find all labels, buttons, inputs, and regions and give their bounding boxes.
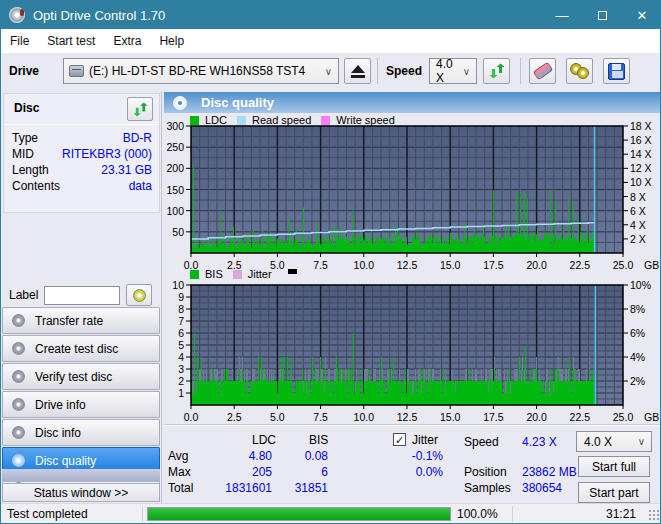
ldc-bar [410, 243, 411, 253]
sidebar-item-transfer-rate[interactable]: Transfer rate [2, 307, 160, 334]
refresh-disc-button[interactable] [127, 97, 153, 121]
bis-bar [397, 381, 398, 405]
bis-bar [341, 381, 342, 405]
menu-extra[interactable]: Extra [104, 30, 150, 52]
ldc-bar [503, 239, 504, 253]
ldc-bar [434, 236, 435, 253]
erase-disc-button[interactable] [529, 58, 556, 84]
status-window-button[interactable]: Status window >> [2, 483, 160, 502]
menu-help[interactable]: Help [150, 30, 193, 52]
bis-bar [257, 381, 258, 405]
ldc-bar [253, 230, 254, 253]
start-part-button[interactable]: Start part [578, 482, 650, 503]
ldc-bar [374, 235, 375, 253]
ldc-bar [533, 234, 534, 253]
disc-label-input[interactable] [44, 286, 120, 305]
ldc-bar [366, 236, 367, 253]
bis-bar [510, 393, 511, 405]
ldc-bar [210, 247, 211, 253]
start-full-button[interactable]: Start full [578, 456, 650, 477]
ldc-bar [511, 239, 512, 253]
bis-bar [520, 381, 521, 405]
sidebar-item-verify-test-disc[interactable]: Verify test disc [2, 363, 160, 390]
ldc-bar [425, 239, 426, 253]
bis-bar [300, 381, 301, 405]
bis-bar [385, 393, 386, 405]
menu-start-test[interactable]: Start test [38, 30, 104, 52]
sidebar-item-drive-info[interactable]: Drive info [2, 391, 160, 418]
ldc-bar [260, 245, 261, 253]
write-label-button[interactable] [126, 284, 152, 306]
max-bis-value: 6 [288, 465, 328, 479]
sidebar-item-disc-info[interactable]: Disc info [2, 419, 160, 446]
chevron-down-icon: ∨ [319, 66, 338, 77]
jitter-checkbox-label[interactable]: Jitter [412, 433, 438, 447]
bis-bar [555, 369, 556, 405]
sidebar-item-label: Transfer rate [35, 314, 103, 328]
bis-bar [213, 381, 214, 405]
bis-bar [364, 381, 365, 405]
bis-bar [382, 381, 383, 405]
disc-label-row: Label [9, 284, 154, 306]
window-title: Opti Drive Control 1.70 [33, 8, 165, 23]
ldc-bar [283, 245, 284, 253]
speed-select[interactable]: 4.0 X ∨ [429, 58, 477, 84]
ldc-bar [286, 243, 287, 253]
drive-select[interactable]: (E:) HL-DT-ST BD-RE WH16NS58 TST4 ∨ [63, 58, 339, 84]
bis-bar [528, 381, 529, 405]
ldc-bar [586, 239, 587, 253]
ldc-bar [206, 247, 207, 253]
ldc-bar [257, 244, 258, 253]
refresh-drive-button[interactable] [483, 58, 510, 84]
bis-bar [412, 393, 413, 405]
ldc-bar [514, 238, 515, 253]
ldc-bar [292, 238, 293, 253]
eject-button[interactable] [344, 58, 371, 84]
menu-file[interactable]: File [1, 30, 38, 52]
bis-bar [315, 369, 316, 405]
ldc-bar [312, 245, 313, 253]
ldc-bar [349, 238, 350, 253]
save-results-button[interactable] [603, 58, 630, 84]
bis-bar [232, 381, 233, 405]
ldc-bar [534, 235, 535, 253]
ldc-bar [355, 238, 356, 253]
close-button[interactable]: ✕ [622, 1, 661, 29]
ldc-bar [350, 243, 351, 253]
ldc-bar [559, 239, 560, 253]
bis-bar [404, 369, 405, 405]
bis-bar [342, 369, 343, 405]
ldc-bar [545, 233, 546, 253]
bis-bar [489, 381, 490, 405]
bis-bar [436, 381, 437, 405]
x-tick-label: 5.0 [270, 411, 285, 423]
maximize-button[interactable] [582, 1, 622, 29]
ldc-bar [589, 239, 590, 253]
bis-bar [358, 381, 359, 405]
ldc-bar [368, 242, 369, 253]
bis-bar [478, 381, 479, 405]
disc-contents-value[interactable]: data [129, 179, 152, 193]
test-speed-select[interactable]: 4.0 X ∨ [576, 431, 652, 452]
jitter-checkbox[interactable]: ✓ [393, 433, 406, 446]
bis-bar [389, 369, 390, 405]
resize-grip[interactable] [648, 509, 660, 521]
minimize-button[interactable]: — [542, 1, 582, 29]
bis-bar [511, 381, 512, 405]
bis-bar [475, 381, 476, 405]
ldc-bar [443, 242, 444, 253]
ldc-bar [429, 238, 430, 253]
bis-bar [192, 393, 193, 405]
sidebar-item-create-test-disc[interactable]: Create test disc [2, 335, 160, 362]
bis-bar [548, 393, 549, 405]
bis-bar [490, 369, 491, 405]
ldc-bar [471, 236, 472, 253]
ldc-bar [546, 235, 547, 253]
bis-bar [441, 381, 442, 405]
ldc-bar [440, 236, 441, 253]
disc-tools-button[interactable] [566, 58, 593, 84]
ldc-bar [298, 243, 299, 253]
ldc-bar [252, 246, 253, 253]
bis-bar [312, 357, 313, 405]
ldc-bar [391, 243, 392, 253]
